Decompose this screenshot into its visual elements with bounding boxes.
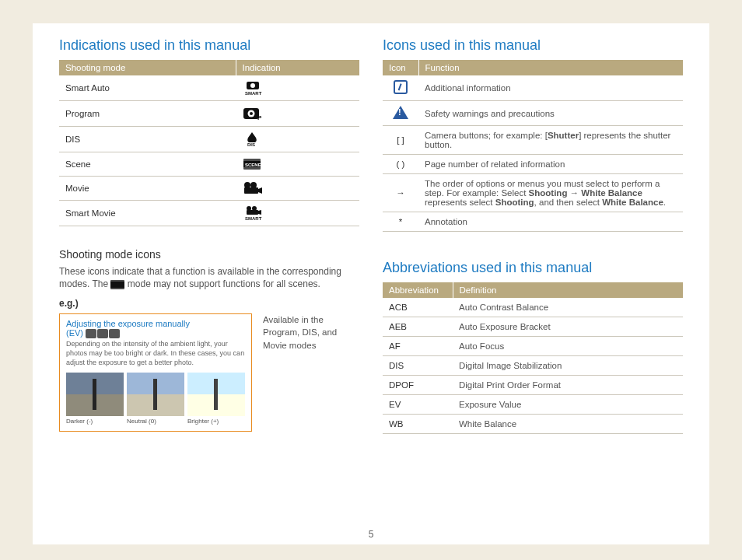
cell-icon <box>383 75 418 101</box>
page-number: 5 <box>369 529 374 540</box>
row-smart-auto: Smart Auto SMART <box>59 75 359 101</box>
svg-point-5 <box>250 112 253 115</box>
row-info: Additional information <box>383 75 683 101</box>
example-ev: (EV) <box>66 328 83 338</box>
cell-icon: ( ) <box>383 155 418 174</box>
thumb-brighter: Brighter (+) <box>187 373 245 425</box>
svg-rect-10 <box>243 167 261 170</box>
cell-def: Digital Print Order Format <box>453 376 683 395</box>
cell-icon: [ ] <box>383 126 418 155</box>
left-column: Indications used in this manual Shooting… <box>59 37 359 538</box>
row-arrow: → The order of options or menus you must… <box>383 174 683 212</box>
cell-def: Auto Contrast Balance <box>453 298 683 317</box>
cell-icon: SMART <box>236 201 359 226</box>
row-brackets: [ ] Camera buttons; for example: [Shutte… <box>383 126 683 155</box>
svg-text:P: P <box>257 114 262 121</box>
subheading-shooting-mode-icons: Shooting mode icons <box>59 248 359 261</box>
th-indication: Indication <box>236 60 359 75</box>
warning-icon <box>393 106 408 119</box>
cell-func: Annotation <box>418 212 683 232</box>
cell-icon: P <box>236 101 359 127</box>
row-smart-movie: Smart Movie SMART <box>59 201 359 226</box>
cell-abbr: DIS <box>383 356 453 376</box>
svg-rect-14 <box>244 187 258 194</box>
info-icon <box>394 80 408 94</box>
cell-mode: Movie <box>59 177 236 201</box>
thumb-neutral: Neutral (0) <box>127 373 184 425</box>
svg-point-12 <box>244 182 250 188</box>
row-acb: ACBAuto Contrast Balance <box>383 298 683 317</box>
cell-def: Auto Focus <box>453 337 683 356</box>
thumb-label: Neutral (0) <box>127 418 184 425</box>
row-scene: Scene SCENE <box>59 152 359 177</box>
right-column: Icons used in this manual Icon Function … <box>383 37 683 538</box>
eg-label: e.g.) <box>59 298 359 309</box>
func-bold: Shutter <box>548 131 579 140</box>
svg-point-13 <box>250 182 257 188</box>
row-parens: ( ) Page number of related information <box>383 155 683 174</box>
cell-def: White Balance <box>453 415 683 434</box>
row-aeb: AEBAuto Exposure Bracket <box>383 317 683 337</box>
t: White Balance <box>602 198 663 207</box>
mini-program-icon <box>86 329 96 338</box>
example-desc: Depending on the intensity of the ambien… <box>66 340 245 367</box>
row-dis: DIS DIS <box>59 127 359 152</box>
scene-inline-icon <box>110 280 124 289</box>
cell-mode: Smart Movie <box>59 201 236 226</box>
row-program: Program P <box>59 101 359 127</box>
manual-page: Indications used in this manual Shooting… <box>33 23 709 544</box>
svg-rect-17 <box>247 210 258 215</box>
mini-dis-icon <box>97 329 108 338</box>
cell-mode: Scene <box>59 152 236 177</box>
thumb-image-brighter <box>187 373 245 416</box>
cell-func: Camera buttons; for example: [Shutter] r… <box>418 126 683 155</box>
cell-def: Exposure Value <box>453 395 683 415</box>
cell-icon: * <box>383 212 418 232</box>
svg-rect-21 <box>110 288 124 289</box>
cell-func: Page number of related information <box>418 155 683 174</box>
cell-abbr: EV <box>383 395 453 415</box>
svg-text:DIS: DIS <box>247 142 255 147</box>
dis-icon: DIS <box>242 131 262 147</box>
cell-func: Additional information <box>418 75 683 101</box>
cell-icon <box>236 177 359 201</box>
example-title-text: Adjusting the exposure manually <box>66 319 190 328</box>
example-row: Adjusting the exposure manually (EV) Dep… <box>59 313 359 431</box>
cell-abbr: AEB <box>383 317 453 337</box>
svg-rect-9 <box>243 159 261 161</box>
t: . <box>663 198 666 207</box>
abbreviations-table: Abbreviation Definition ACBAuto Contrast… <box>383 282 683 434</box>
cell-icon: SMART <box>236 75 359 101</box>
svg-text:SCENE: SCENE <box>245 163 261 167</box>
cell-abbr: WB <box>383 415 453 434</box>
cell-def: Digital Image Stabilization <box>453 356 683 376</box>
row-dis: DISDigital Image Stabilization <box>383 356 683 376</box>
program-icon: P <box>242 106 264 121</box>
th-icon: Icon <box>383 60 418 75</box>
row-star: * Annotation <box>383 212 683 232</box>
example-callout: Available in the Program, DIS, and Movie… <box>263 313 359 351</box>
t: → <box>567 188 581 198</box>
svg-text:SMART: SMART <box>245 216 262 221</box>
th-def: Definition <box>453 282 683 298</box>
example-mode-icons <box>86 329 120 338</box>
thumb-label: Brighter (+) <box>187 418 245 425</box>
heading-indications: Indications used in this manual <box>59 37 359 54</box>
t: Shooting <box>495 198 534 207</box>
cell-mode: DIS <box>59 127 236 152</box>
row-wb: WBWhite Balance <box>383 415 683 434</box>
cell-func: Safety warnings and precautions <box>418 101 683 126</box>
th-function: Function <box>418 60 683 75</box>
t: , and then select <box>534 198 603 207</box>
thumb-image-neutral <box>127 373 184 416</box>
func-pre: Camera buttons; for example: [ <box>425 131 548 140</box>
smart-auto-icon: SMART <box>242 80 268 96</box>
row-movie: Movie <box>59 177 359 201</box>
thumb-darker: Darker (-) <box>66 373 124 425</box>
t: represents select <box>425 198 495 207</box>
scene-icon: SCENE <box>242 157 262 171</box>
th-abbr: Abbreviation <box>383 282 453 298</box>
cell-icon <box>383 101 418 126</box>
heading-icons-used: Icons used in this manual <box>383 37 683 54</box>
icons-table: Icon Function Additional information Saf… <box>383 60 683 232</box>
